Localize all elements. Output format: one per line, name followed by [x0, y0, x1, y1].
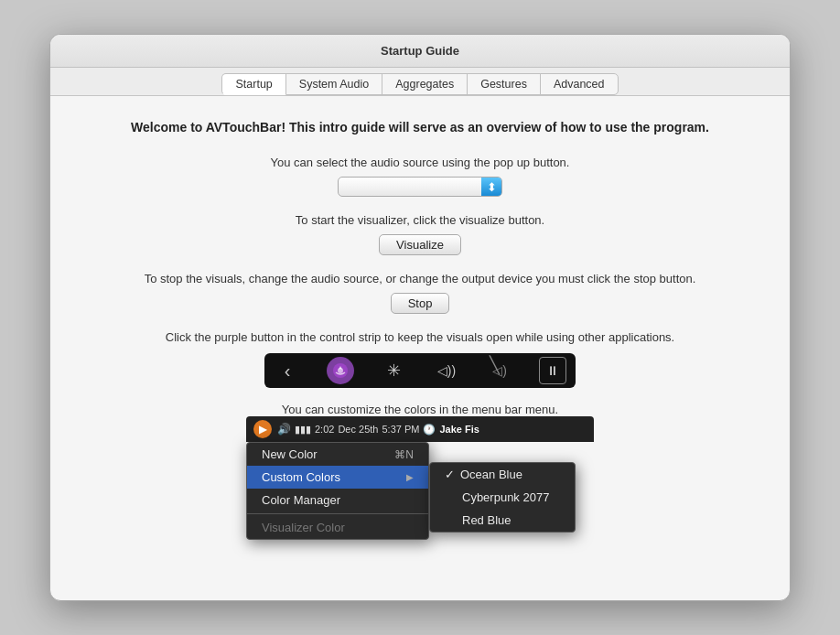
color-manager-label: Color Manager — [262, 493, 340, 507]
popup-arrow-icon: ⬍ — [481, 178, 501, 196]
tab-aggregates[interactable]: Aggregates — [382, 73, 468, 95]
tb-volume-up-icon[interactable]: ◁)) — [433, 357, 460, 384]
audio-source-popup[interactable]: ⬍ — [338, 177, 502, 197]
stop-instruction: To stop the visuals, change the audio so… — [145, 272, 696, 285]
ocean-blue-label: Ocean Blue — [460, 468, 522, 481]
clock-time: 5:37 PM — [382, 424, 419, 435]
history-icon: 🕐 — [423, 424, 436, 436]
visualizer-color-label: Visualizer Color — [262, 521, 345, 534]
user-name: Jake Fis — [439, 424, 479, 435]
visualize-button[interactable]: Visualize — [379, 234, 461, 255]
touch-bar-preview: ‹ ✳ ◁)) ◁)╲ ⏸ — [264, 353, 576, 388]
menu-item-visualizer-color: Visualizer Color — [247, 516, 428, 539]
title-bar: Startup Guide — [50, 35, 790, 68]
volume-icon: 🔊 — [277, 423, 291, 436]
menu-item-custom-colors[interactable]: Custom Colors ▶ — [247, 466, 428, 489]
purple-instruction: Click the purple button in the control s… — [166, 330, 674, 344]
tb-pause-icon[interactable]: ⏸ — [539, 357, 566, 384]
cyberpunk-label: Cyberpunk 2077 — [462, 490, 549, 504]
tab-startup[interactable]: Startup — [221, 73, 285, 95]
tab-gestures[interactable]: Gestures — [467, 73, 541, 95]
time-display: 2:02 — [315, 424, 334, 435]
tb-purple-button[interactable] — [327, 357, 354, 384]
popup-instruction: You can select the audio source using th… — [271, 156, 570, 169]
new-color-label: New Color — [262, 447, 318, 461]
menu-bar-area: ▶ 🔊 ▮▮▮ 2:02 Dec 25th 5:37 PM 🕐 Jake Fis… — [246, 416, 594, 442]
menu-bar: ▶ 🔊 ▮▮▮ 2:02 Dec 25th 5:37 PM 🕐 Jake Fis — [246, 416, 594, 442]
main-content: Welcome to AVTouchBar! This intro guide … — [50, 96, 790, 460]
visualize-instruction: To start the visualizer, click the visua… — [296, 213, 544, 227]
welcome-heading: Welcome to AVTouchBar! This intro guide … — [131, 118, 709, 137]
tb-volume-mute-icon[interactable]: ◁)╲ — [486, 357, 513, 384]
tb-brightness-icon[interactable]: ✳ — [380, 357, 407, 384]
submenu-item-cyberpunk[interactable]: Cyberpunk 2077 — [430, 486, 575, 509]
customize-instruction: You can customize the colors in the menu… — [282, 403, 558, 416]
menu-bar-items: 🔊 ▮▮▮ 2:02 Dec 25th 5:37 PM 🕐 Jake Fis — [277, 423, 587, 436]
submenu: Ocean Blue Cyberpunk 2077 Red Blue — [429, 462, 576, 533]
dropdown-menu: New Color ⌘N Custom Colors ▶ Color Manag… — [246, 442, 429, 540]
tab-bar: Startup System Audio Aggregates Gestures… — [50, 68, 790, 96]
tab-advanced[interactable]: Advanced — [540, 73, 619, 95]
date-display: Dec 25th — [338, 424, 378, 435]
main-window: Startup Guide Startup System Audio Aggre… — [49, 34, 791, 601]
tab-system-audio[interactable]: System Audio — [285, 73, 382, 95]
submenu-item-red-blue[interactable]: Red Blue — [430, 509, 575, 532]
new-color-shortcut: ⌘N — [394, 448, 414, 461]
menu-item-color-manager[interactable]: Color Manager — [247, 489, 428, 511]
app-icon: ▶ — [253, 420, 272, 438]
menu-item-new-color[interactable]: New Color ⌘N — [247, 443, 428, 466]
battery-icon: ▮▮▮ — [295, 424, 311, 436]
window-title: Startup Guide — [381, 44, 459, 58]
tb-back-icon[interactable]: ‹ — [274, 357, 301, 384]
stop-button[interactable]: Stop — [391, 293, 450, 314]
menu-divider — [247, 513, 428, 514]
submenu-arrow-icon: ▶ — [406, 472, 414, 482]
red-blue-label: Red Blue — [462, 513, 511, 527]
custom-colors-label: Custom Colors — [262, 470, 340, 484]
svg-point-1 — [338, 368, 343, 373]
submenu-item-ocean-blue[interactable]: Ocean Blue — [430, 463, 575, 486]
